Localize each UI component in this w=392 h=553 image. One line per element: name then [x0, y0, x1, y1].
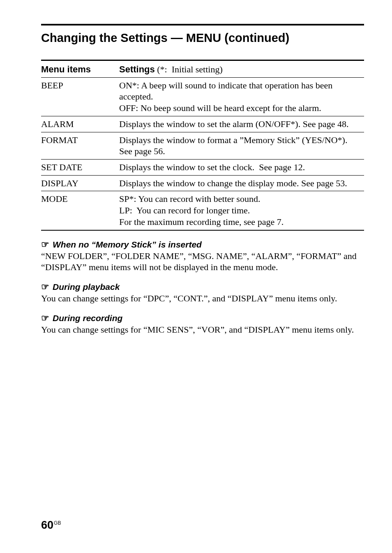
settings-cell: Displays the window to change the displa…	[119, 175, 364, 191]
note-section: ☞ During recording You can change settin…	[41, 313, 364, 336]
menu-cell: MODE	[41, 191, 119, 230]
settings-header-note: (*: Initial setting)	[155, 64, 223, 74]
note-section: ☞ During playback You can change setting…	[41, 282, 364, 304]
col-menu-header: Menu items	[41, 60, 119, 78]
hand-icon: ☞	[41, 282, 49, 292]
settings-header-label: Settings	[119, 64, 155, 74]
page-number-value: 60	[41, 519, 53, 531]
section-heading: ☞ When no “Memory Stick” is inserted	[41, 240, 364, 250]
col-settings-header: Settings (*: Initial setting)	[119, 60, 364, 78]
hand-icon: ☞	[41, 314, 49, 323]
menu-cell: DISPLAY	[41, 175, 119, 191]
menu-cell: BEEP	[41, 77, 119, 116]
settings-cell: Displays the window to set the alarm (ON…	[119, 116, 364, 132]
page-number-suffix: GB	[54, 520, 61, 526]
note-section: ☞ When no “Memory Stick” is inserted “NE…	[41, 240, 364, 273]
table-row: FORMAT Displays the window to format a ”…	[41, 132, 364, 159]
menu-cell: ALARM	[41, 116, 119, 132]
table-row: SET DATE Displays the window to set the …	[41, 160, 364, 176]
settings-cell: Displays the window to format a ”Memory …	[119, 132, 364, 159]
settings-cell: ON*: A beep will sound to indicate that …	[119, 77, 364, 116]
menu-header-label: Menu items	[41, 64, 91, 74]
settings-cell: SP*: You can record with better sound.LP…	[119, 191, 364, 230]
section-heading: ☞ During playback	[41, 282, 364, 292]
top-rule	[41, 24, 364, 25]
menu-cell: FORMAT	[41, 132, 119, 159]
table-row: ALARM Displays the window to set the ala…	[41, 116, 364, 132]
table-row: BEEP ON*: A beep will sound to indicate …	[41, 77, 364, 116]
hand-icon: ☞	[41, 240, 49, 249]
table-row: MODE SP*: You can record with better sou…	[41, 191, 364, 230]
section-body: “NEW FOLDER”, “FOLDER NAME”, “MSG. NAME”…	[41, 250, 364, 273]
page-number: 60GB	[41, 519, 61, 532]
settings-cell: Displays the window to set the clock. Se…	[119, 160, 364, 176]
section-heading-text: When no “Memory Stick” is inserted	[53, 240, 202, 250]
table-row: DISPLAY Displays the window to change th…	[41, 175, 364, 191]
page-title: Changing the Settings — MENU (continued)	[41, 31, 364, 45]
section-body: You can change settings for “MIC SENS”, …	[41, 324, 364, 336]
section-heading-text: During playback	[53, 282, 120, 292]
section-body: You can change settings for “DPC”, “CONT…	[41, 293, 364, 304]
section-heading-text: During recording	[53, 313, 122, 323]
menu-cell: SET DATE	[41, 160, 119, 176]
section-heading: ☞ During recording	[41, 313, 364, 323]
menu-table: Menu items Settings (*: Initial setting)…	[41, 60, 364, 231]
